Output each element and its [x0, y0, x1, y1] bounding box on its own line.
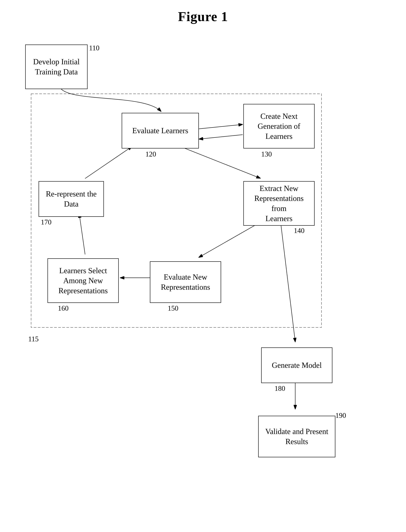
evaluate-learners-box: Evaluate Learners: [122, 113, 199, 148]
develop-label: Develop Initial Training Data: [33, 57, 80, 77]
svg-line-8: [85, 147, 132, 178]
label-110: 110: [89, 44, 99, 52]
evaluate-new-rep-label: Evaluate New Representations: [161, 272, 210, 292]
create-next-box: Create Next Generation of Learners: [243, 104, 315, 148]
label-130: 130: [261, 150, 272, 158]
generate-model-box: Generate Model: [261, 347, 332, 383]
validate-label: Validate and Present Results: [265, 426, 328, 446]
extract-new-label: Extract New Representations from Learner…: [247, 183, 311, 223]
label-150: 150: [168, 304, 178, 312]
svg-line-4: [180, 146, 260, 178]
create-next-label: Create Next Generation of Learners: [258, 111, 300, 141]
svg-line-5: [199, 222, 260, 257]
develop-box: Develop Initial Training Data: [25, 44, 87, 89]
generate-model-label: Generate Model: [272, 360, 322, 370]
re-represent-box: Re-represent the Data: [39, 181, 104, 217]
label-180: 180: [275, 384, 285, 392]
svg-line-3: [199, 135, 243, 139]
learners-select-box: Learners Select Among New Representation…: [47, 258, 119, 303]
label-190-pre: 190: [335, 411, 346, 420]
evaluate-new-rep-box: Evaluate New Representations: [150, 261, 221, 303]
evaluate-learners-label: Evaluate Learners: [132, 126, 188, 136]
label-120: 120: [145, 150, 156, 158]
label-140: 140: [294, 226, 304, 235]
validate-box: Validate and Present Results: [258, 416, 335, 457]
svg-line-9: [281, 222, 295, 342]
re-represent-label: Re-represent the Data: [46, 189, 97, 209]
label-170: 170: [41, 218, 51, 226]
learners-select-label: Learners Select Among New Representation…: [58, 266, 108, 296]
label-115: 115: [28, 335, 39, 343]
svg-line-7: [79, 214, 85, 254]
page-title: Figure 1: [0, 0, 406, 24]
svg-line-2: [199, 125, 242, 129]
extract-new-box: Extract New Representations from Learner…: [243, 181, 315, 226]
label-160: 160: [58, 304, 69, 312]
